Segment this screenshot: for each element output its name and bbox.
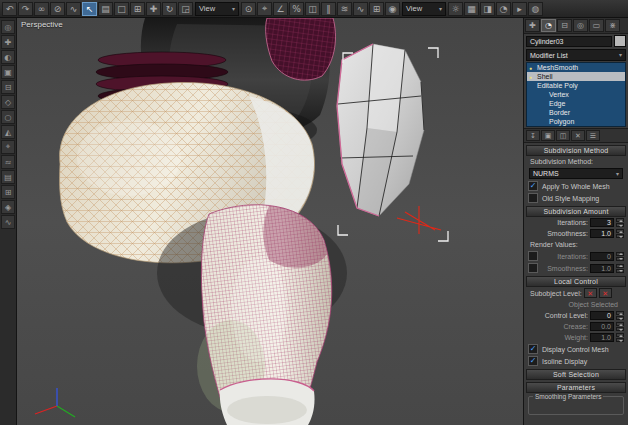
left-tool-10-icon[interactable]: ≈ — [1, 155, 15, 169]
rollout-header-local-control[interactable]: Local Control — [526, 276, 626, 287]
schematic-view-icon[interactable]: ⊞ — [369, 2, 384, 16]
left-tool-13-icon[interactable]: ◈ — [1, 200, 15, 214]
viewport-label[interactable]: Perspective — [21, 20, 63, 29]
viewport-3d-scene[interactable] — [17, 18, 523, 425]
crease-spinner[interactable] — [616, 322, 624, 331]
rollout-header-subdivision-amount[interactable]: Subdivision Amount — [526, 206, 626, 217]
display-tab[interactable]: ▭ — [589, 19, 604, 32]
utilities-tab[interactable]: ⋇ — [605, 19, 620, 32]
render-smoothness-spinner[interactable] — [616, 264, 624, 273]
left-tool-1-icon[interactable]: ◎ — [1, 20, 15, 34]
select-by-name-icon[interactable]: ▤ — [98, 2, 113, 16]
weight-spinner[interactable] — [616, 333, 624, 342]
left-tool-12-icon[interactable]: ⊞ — [1, 185, 15, 199]
smoothness-spinner[interactable] — [616, 229, 624, 238]
left-tool-4-icon[interactable]: ▣ — [1, 65, 15, 79]
left-tool-5-icon[interactable]: ⊟ — [1, 80, 15, 94]
quick-render-icon[interactable]: ◔ — [496, 2, 511, 16]
left-tool-11-icon[interactable]: ▤ — [1, 170, 15, 184]
percent-snap-icon[interactable]: % — [289, 2, 304, 16]
subobject-vertex-button[interactable]: ✕ — [584, 288, 597, 298]
modifier-stack-item[interactable]: ● Vertex — [527, 90, 625, 99]
make-unique-button[interactable]: ◫ — [556, 130, 570, 141]
left-tool-3-icon[interactable]: ◐ — [1, 50, 15, 64]
object-color-swatch[interactable] — [614, 35, 626, 47]
bind-to-space-warp-icon[interactable]: ∿ — [66, 2, 81, 16]
modifier-stack-item[interactable]: ● Shell — [527, 72, 625, 81]
left-tool-8-icon[interactable]: ◭ — [1, 125, 15, 139]
modify-tab[interactable]: ◔ — [541, 19, 556, 32]
align-icon[interactable]: ∥ — [321, 2, 336, 16]
render-frame-icon[interactable]: ▦ — [464, 2, 479, 16]
rollout-header-soft-selection[interactable]: Soft Selection — [526, 369, 626, 380]
modifier-enabled-icon[interactable]: ● — [529, 74, 534, 80]
left-tool-7-icon[interactable]: ○ — [1, 110, 15, 124]
object-name-field[interactable]: Cylinder03 — [526, 36, 612, 47]
create-tab[interactable]: ✚ — [525, 19, 540, 32]
old-style-mapping-checkbox[interactable]: ✓ — [528, 193, 538, 203]
hierarchy-tab[interactable]: ⊟ — [557, 19, 572, 32]
smoothness-field[interactable]: 1.0 — [590, 229, 614, 238]
mirror-icon[interactable]: ◫ — [305, 2, 320, 16]
select-and-scale-icon[interactable]: ◲ — [178, 2, 193, 16]
render-setup-icon[interactable]: ☼ — [448, 2, 463, 16]
select-object-icon[interactable]: ↖ — [82, 2, 97, 16]
unlink-selection-icon[interactable]: ⊘ — [50, 2, 65, 16]
show-end-result-button[interactable]: ▣ — [541, 130, 555, 141]
iterations-field[interactable]: 3 — [590, 218, 614, 227]
render-smoothness-field[interactable]: 1.0 — [590, 264, 614, 273]
iterations-spinner[interactable] — [616, 218, 624, 227]
rollout-header-parameters[interactable]: Parameters — [526, 382, 626, 393]
select-and-rotate-icon[interactable]: ↻ — [162, 2, 177, 16]
modifier-enabled-icon[interactable]: ● — [529, 65, 534, 71]
display-toggle-icon[interactable]: ◍ — [528, 2, 543, 16]
rollout-header-subdivision-method[interactable]: Subdivision Method — [526, 145, 626, 156]
render-iterations-checkbox[interactable]: ✓ — [528, 251, 538, 261]
apply-to-whole-mesh-checkbox[interactable]: ✓ — [528, 181, 538, 191]
check-icon: ✓ — [530, 357, 537, 365]
subdivision-method-dropdown[interactable]: NURMS ▾ — [529, 168, 623, 179]
render-iterations-spinner[interactable] — [616, 252, 624, 261]
left-tool-9-icon[interactable]: ⌖ — [1, 140, 15, 154]
material-editor-icon[interactable]: ◉ — [385, 2, 400, 16]
play-icon[interactable]: ▸ — [512, 2, 527, 16]
control-level-field[interactable]: 0 — [590, 311, 614, 320]
viewport-perspective[interactable]: Perspective — [17, 18, 523, 425]
display-control-mesh-checkbox[interactable]: ✓ — [528, 344, 538, 354]
modifier-stack-item[interactable]: ● MeshSmooth — [527, 63, 625, 72]
render-smoothness-checkbox[interactable]: ✓ — [528, 263, 538, 273]
window-crossing-icon[interactable]: ⊞ — [130, 2, 145, 16]
curve-editor-icon[interactable]: ∿ — [353, 2, 368, 16]
left-tool-6-icon[interactable]: ◇ — [1, 95, 15, 109]
use-pivot-center-icon[interactable]: ⊙ — [241, 2, 256, 16]
modifier-stack-item[interactable]: ● Editable Poly — [527, 81, 625, 90]
crease-field[interactable]: 0.0 — [590, 322, 614, 331]
select-and-move-icon[interactable]: ✚ — [146, 2, 161, 16]
angle-snap-icon[interactable]: ∠ — [273, 2, 288, 16]
undo-icon[interactable]: ↶ — [2, 2, 17, 16]
select-and-link-icon[interactable]: ∞ — [34, 2, 49, 16]
snap-toggle-icon[interactable]: ⌖ — [257, 2, 272, 16]
subobject-edge-button[interactable]: ✕ — [599, 288, 612, 298]
weight-field[interactable]: 1.0 — [590, 333, 614, 342]
pin-stack-button[interactable]: ↧ — [526, 130, 540, 141]
left-tool-2-icon[interactable]: ✚ — [1, 35, 15, 49]
left-tool-14-icon[interactable]: ∿ — [1, 215, 15, 229]
modifier-stack-item[interactable]: ● Edge — [527, 99, 625, 108]
isoline-display-checkbox[interactable]: ✓ — [528, 356, 538, 366]
modifier-stack-item[interactable]: ● Polygon — [527, 117, 625, 126]
control-level-spinner[interactable] — [616, 311, 624, 320]
redo-icon[interactable]: ↷ — [18, 2, 33, 16]
modifier-stack-item[interactable]: ● Border — [527, 108, 625, 117]
remove-modifier-button[interactable]: ✕ — [571, 130, 585, 141]
render-iterations-field[interactable]: 0 — [590, 252, 614, 261]
view-dropdown-2[interactable]: View ▾ — [402, 2, 446, 16]
motion-tab[interactable]: ◎ — [573, 19, 588, 32]
render-preset-icon[interactable]: ◨ — [480, 2, 495, 16]
ankle-piece[interactable] — [220, 379, 315, 425]
reference-coordinate-dropdown[interactable]: View ▾ — [195, 2, 239, 16]
modifier-list-dropdown[interactable]: Modifier List ▾ — [526, 49, 626, 61]
configure-modifier-sets-button[interactable]: ☰ — [586, 130, 600, 141]
rectangular-selection-region-icon[interactable]: □ — [114, 2, 129, 16]
layer-manager-icon[interactable]: ≋ — [337, 2, 352, 16]
